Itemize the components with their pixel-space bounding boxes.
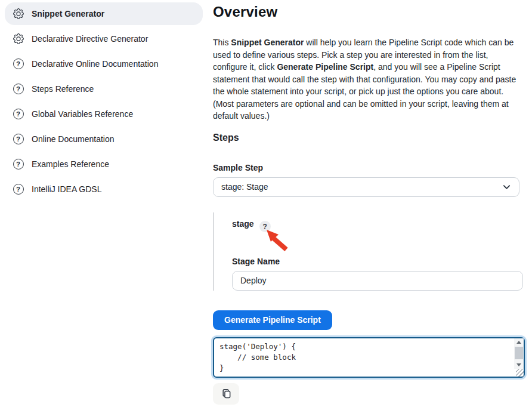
sidebar-item[interactable]: Steps Reference <box>5 78 203 100</box>
intro-bold-snippet-generator: Snippet Generator <box>231 38 304 47</box>
sidebar-item[interactable]: Declarative Directive Generator <box>5 27 203 50</box>
sidebar-item-label: Snippet Generator <box>32 9 104 18</box>
intro-bold-generate: Generate Pipeline Script <box>277 62 373 72</box>
sidebar-item-label: Declarative Directive Generator <box>32 34 148 44</box>
sidebar-item[interactable]: Declarative Online Documentation <box>5 53 203 75</box>
intro-paragraph: This Snippet Generator will help you lea… <box>213 36 519 122</box>
sidebar-item-label: Global Variables Reference <box>32 109 133 119</box>
sidebar-item[interactable]: Global Variables Reference <box>5 103 203 125</box>
red-arrow-pointer-icon <box>265 229 295 253</box>
main-content: Overview This Snippet Generator will hel… <box>208 0 528 407</box>
scrollbar-thumb[interactable] <box>515 347 523 359</box>
sample-step-label: Sample Step <box>213 163 519 172</box>
sidebar-item[interactable]: Online Documentation <box>5 128 203 150</box>
sidebar-item-label: Examples Reference <box>32 159 109 169</box>
stage-config-block: stage? Stage Name <box>213 212 519 291</box>
sample-step-select[interactable]: stage: Stage <box>213 177 519 197</box>
sidebar-item[interactable]: Examples Reference <box>5 153 203 175</box>
intro-text: This <box>213 38 231 47</box>
triangle-up-icon <box>516 341 521 344</box>
sidebar: Snippet Generator Declarative Directive … <box>0 0 208 407</box>
sidebar-item-label: Steps Reference <box>32 84 94 94</box>
scroll-up-button[interactable] <box>514 338 524 346</box>
snippet-generator-page: Snippet Generator Declarative Directive … <box>0 0 532 407</box>
chevron-down-icon <box>502 183 511 192</box>
question-icon <box>13 159 24 169</box>
sidebar-item[interactable]: Snippet Generator <box>5 2 203 25</box>
sidebar-item-label: IntelliJ IDEA GDSL <box>32 184 102 194</box>
question-icon <box>13 134 24 144</box>
question-icon <box>13 184 24 195</box>
scroll-down-button[interactable] <box>514 361 524 369</box>
resize-grip-icon[interactable] <box>516 369 524 377</box>
question-icon <box>13 84 24 94</box>
stage-name-input[interactable] <box>232 271 523 291</box>
triangle-down-icon <box>516 363 521 366</box>
generate-pipeline-script-button[interactable]: Generate Pipeline Script <box>213 310 332 330</box>
gear-icon <box>13 33 24 44</box>
scrollbar[interactable] <box>514 338 524 369</box>
question-icon <box>13 109 24 119</box>
page-title: Overview <box>213 4 519 20</box>
sidebar-nav: Snippet Generator Declarative Directive … <box>5 2 203 201</box>
pipeline-script-output[interactable]: stage('Deploy') { // some block } <box>213 337 525 378</box>
sidebar-item-label: Online Documentation <box>32 134 115 144</box>
copy-icon <box>221 388 231 399</box>
pipeline-script-text: stage('Deploy') { // some block } <box>214 338 524 377</box>
sample-step-value: stage: Stage <box>221 182 268 192</box>
stage-name-label: Stage Name <box>232 257 519 266</box>
question-icon <box>13 58 24 69</box>
stage-header: stage? <box>232 218 519 257</box>
steps-heading: Steps <box>213 132 519 143</box>
sidebar-item[interactable]: IntelliJ IDEA GDSL <box>5 178 203 201</box>
sidebar-item-label: Declarative Online Documentation <box>32 59 158 69</box>
stage-label: stage <box>232 219 254 229</box>
copy-button[interactable] <box>213 383 239 405</box>
gear-icon <box>13 8 24 19</box>
